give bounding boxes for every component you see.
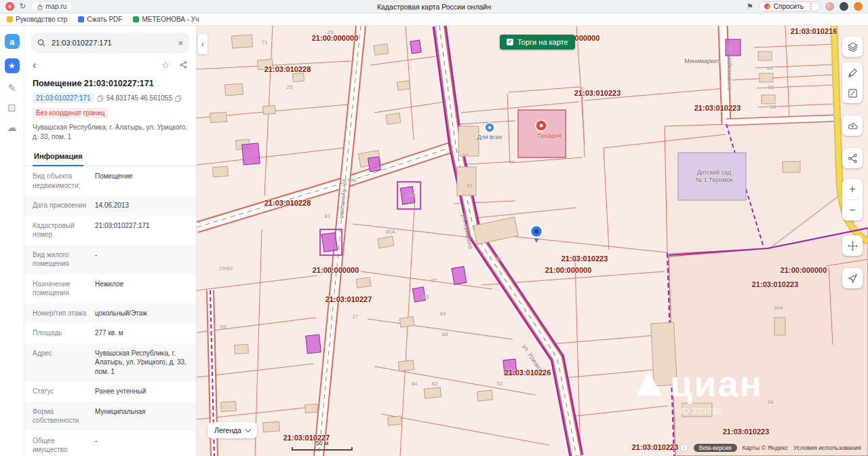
- share-object-icon[interactable]: [179, 60, 188, 69]
- ruler-button[interactable]: [842, 62, 863, 83]
- table-row: Номер/тип этажа цокольный/Этаж: [24, 303, 196, 324]
- account-badge[interactable]: [854, 2, 863, 11]
- extension-icon[interactable]: [840, 2, 848, 11]
- search-icon: [37, 39, 45, 47]
- terms-link[interactable]: Условия использования: [793, 444, 861, 451]
- edit-icon: [847, 88, 859, 99]
- cadastral-map-canvas[interactable]: [197, 26, 868, 456]
- back-button[interactable]: ‹: [33, 59, 37, 71]
- favorite-star-icon[interactable]: ☆: [161, 60, 170, 69]
- torgi-button[interactable]: ✓ Торги на карте: [500, 35, 575, 50]
- rail-favorites-button[interactable]: ★: [5, 58, 20, 73]
- bakery-building: [518, 110, 566, 157]
- bookmark-label: Руководство стр: [16, 16, 67, 23]
- object-panel: × ‹ ☆ Помещение 21:03:010227:171 21:03:0…: [24, 26, 197, 456]
- table-row: Общее имущество собственников помещений …: [24, 431, 196, 456]
- row-value: Помещение: [95, 172, 188, 190]
- ask-menu-dots-icon[interactable]: ⋮: [807, 3, 814, 10]
- table-row: Назначение помещения Нежилое: [24, 274, 196, 303]
- bookmark-item[interactable]: Руководство стр: [7, 16, 67, 23]
- profile-avatar[interactable]: [825, 2, 834, 11]
- table-row: Кадастровый номер 21:03:010227:171: [24, 216, 196, 245]
- row-value: Нежилое: [95, 280, 188, 298]
- beta-badge: Beta-версия: [694, 444, 737, 452]
- kindergarten-building: [678, 153, 746, 200]
- row-value: Чувашская Республика, г. Алатырь, ул. Ур…: [95, 349, 188, 377]
- cadastral-number-badge[interactable]: 21:03:010227:171: [33, 93, 94, 103]
- edit-button[interactable]: [842, 83, 863, 103]
- map-attribution: i Beta-версия Карты © Яндекс Условия исп…: [680, 444, 861, 452]
- rail-cloud-icon[interactable]: ☁: [7, 122, 17, 132]
- table-row: Площадь 277 кв. м: [24, 323, 196, 343]
- tab-information[interactable]: Информация: [33, 150, 83, 166]
- row-label: Площадь: [33, 328, 95, 338]
- bookmark-favicon: [133, 16, 139, 22]
- zoom-out-button[interactable]: −: [842, 200, 863, 221]
- row-value: 277 кв. м: [95, 328, 188, 338]
- bookmark-item[interactable]: Сжать PDF: [78, 16, 122, 23]
- chevron-down-icon: [245, 426, 251, 432]
- locate-arrow-icon: [847, 273, 859, 284]
- table-row: Статус Ранее учтенный: [24, 381, 196, 402]
- bookmark-label: МЕТЕОНОВА - Уч: [142, 16, 199, 23]
- copy-icon[interactable]: [175, 95, 182, 102]
- pan-button[interactable]: [842, 235, 863, 256]
- row-label: Номер/тип этажа: [33, 309, 95, 318]
- row-value: Муниципальная: [95, 407, 188, 425]
- row-label: Кадастровый номер: [33, 221, 95, 240]
- coordinates-value: 54.831745 46.561055: [106, 94, 172, 102]
- layers-icon: [847, 41, 859, 53]
- zoom-in-button[interactable]: +: [842, 179, 863, 200]
- row-label: Назначение помещения: [33, 280, 95, 298]
- pan-icon: [847, 240, 859, 252]
- address-bar[interactable]: map.ru: [31, 1, 73, 12]
- ruler-icon: [847, 67, 859, 79]
- object-address: Чувашская Республика, г. Алатырь, ул. Ур…: [33, 123, 188, 142]
- legend-button[interactable]: Легенда: [208, 422, 257, 438]
- share-icon: [847, 153, 859, 164]
- row-value: -: [95, 436, 188, 456]
- table-row: Форма собственности Муниципальная: [24, 402, 196, 431]
- browser-share-icon[interactable]: ✳: [5, 2, 14, 11]
- bookmarks-bar: Руководство стр Сжать PDF МЕТЕОНОВА - Уч: [0, 14, 868, 26]
- row-value: -: [95, 250, 188, 269]
- scale-bar: 50 м: [292, 440, 353, 451]
- locate-button[interactable]: [842, 268, 863, 288]
- browser-toolbar: ✳ ↻ map.ru Кадастровая карта России онла…: [0, 0, 868, 14]
- map-copyright: Карты © Яндекс: [743, 444, 789, 451]
- bookmark-item[interactable]: МЕТЕОНОВА - Уч: [133, 16, 199, 23]
- table-row: Дата присвоения 14.06.2013: [24, 195, 196, 216]
- table-row: Вид жилого помещения -: [24, 245, 196, 274]
- refresh-icon[interactable]: ↻: [20, 3, 26, 10]
- info-icon[interactable]: i: [680, 444, 688, 452]
- row-label: Адрес: [33, 349, 95, 377]
- layers-button[interactable]: [842, 37, 863, 57]
- plus-icon: +: [849, 183, 855, 195]
- row-label: Вид объекта недвижимости;: [33, 172, 95, 190]
- ask-label: Спросить: [774, 3, 804, 10]
- ask-button[interactable]: Спросить ⋮: [759, 1, 820, 12]
- bakery-poi-icon[interactable]: [536, 120, 547, 131]
- share-map-button[interactable]: [842, 148, 863, 168]
- upload-button[interactable]: [842, 115, 863, 136]
- draw-tools-group: [842, 62, 863, 103]
- accessibility-poi-icon[interactable]: [485, 123, 494, 132]
- bookmark-favicon: [7, 16, 13, 22]
- rail-select-area-icon[interactable]: ⊡: [7, 102, 16, 113]
- bookmark-label: Сжать PDF: [87, 16, 122, 23]
- legend-label: Легенда: [214, 426, 241, 434]
- row-label: Дата присвоения: [33, 201, 95, 210]
- copy-icon[interactable]: [97, 95, 104, 102]
- object-info-table: Вид объекта недвижимости; Помещение Дата…: [24, 166, 196, 456]
- row-label: Форма собственности: [33, 407, 95, 425]
- search-box[interactable]: ×: [31, 33, 189, 53]
- app-logo[interactable]: a: [5, 34, 20, 49]
- bookmark-flag-icon[interactable]: ⚑: [747, 3, 753, 10]
- clear-search-icon[interactable]: ×: [178, 38, 183, 48]
- rail-draw-icon[interactable]: ✎: [7, 83, 16, 93]
- zoom-control: + −: [842, 179, 863, 221]
- large-parcel: [669, 228, 868, 456]
- search-input[interactable]: [50, 38, 173, 48]
- torgi-label: Торги на карте: [517, 38, 568, 46]
- panel-collapse-button[interactable]: ‹: [198, 34, 208, 54]
